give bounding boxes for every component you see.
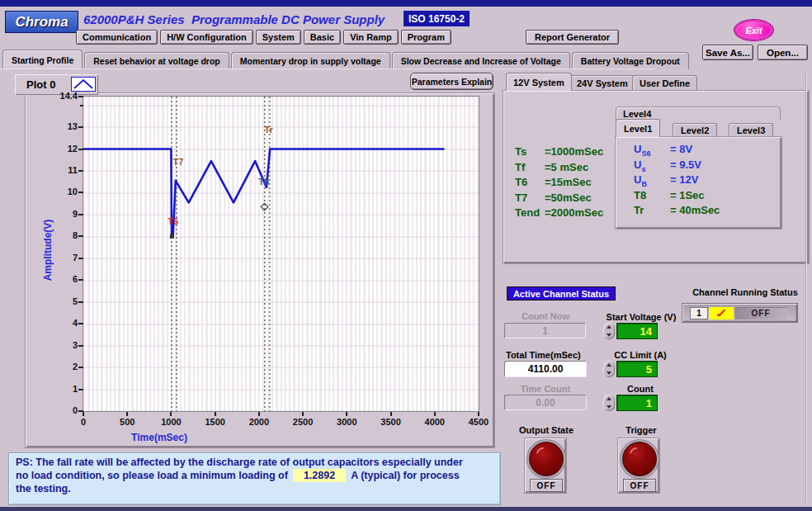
timing-param-row: Tf=5 mSec (515, 161, 621, 177)
y-tick-mark (78, 149, 83, 150)
level-param-row: Tr= 40mSec (634, 204, 774, 220)
tab-reset-behavior-at-voltage-drop[interactable]: Reset behavior at voltage drop (84, 52, 229, 69)
level-param-row: UB= 12V (634, 173, 774, 189)
y-tick-mark (78, 192, 83, 193)
channel-running-status-control[interactable]: 1 ✓ OFF (682, 303, 798, 323)
x-axis-label: Time(mSec) (106, 432, 213, 443)
tab-level3[interactable]: Level3 (729, 123, 773, 137)
x-tick-label: 4500 (459, 417, 498, 427)
start-voltage-label: Start Voltage (V) (596, 312, 687, 322)
start-voltage-field[interactable]: 14 (616, 323, 658, 339)
tab-level4[interactable]: Level4 (616, 106, 781, 120)
menu-h-w-configuration[interactable]: H/W Configuration (160, 30, 253, 45)
tab-user-define[interactable]: User Define (632, 75, 697, 91)
tab-level1[interactable]: Level1 (616, 119, 660, 137)
menu-vin-ramp[interactable]: Vin Ramp (343, 30, 399, 45)
start-voltage-stepper[interactable] (603, 323, 615, 339)
output-state-knob-icon[interactable] (529, 442, 564, 476)
tab-battery-voltage-dropout[interactable]: Battery Voltage Dropout (572, 52, 689, 69)
report-generator-button[interactable]: Report Generator (526, 30, 619, 45)
app-window: Chroma 62000P&H Series Programmable DC P… (0, 0, 812, 511)
tab-momentary-drop-in-supply-voltage[interactable]: Momentary drop in supply voltage (231, 52, 390, 69)
timing-params: Ts=1000mSecTf=5 mSecT6=15mSecT7=50mSecTe… (515, 145, 621, 222)
y-tick-label: 4 (40, 318, 78, 328)
time-count-field: 0.00 (504, 395, 587, 410)
y-tick-mark (78, 170, 83, 172)
menu-program[interactable]: Program (401, 30, 451, 45)
y-tick-label: 13 (40, 121, 78, 131)
stepper-up-icon[interactable] (603, 323, 615, 331)
active-channel-status-label: Active Channel Status (507, 286, 616, 300)
exit-button[interactable]: Exit (734, 20, 773, 40)
y-tick-mark (78, 258, 83, 259)
tab-12v-system[interactable]: 12V System (506, 73, 572, 91)
stepper-down-icon[interactable] (603, 369, 615, 377)
y-tick-label: 14.4 (40, 91, 78, 101)
y-tick-label: 3 (40, 340, 78, 350)
save-as-button[interactable]: Save As... (702, 45, 753, 60)
timing-param-row: Ts=1000mSec (515, 145, 621, 161)
tab-underline (0, 69, 656, 69)
waveform-annotation-tr: Tr (264, 125, 273, 135)
tab-24v-system[interactable]: 24V System (569, 75, 635, 91)
plot-legend-label: Plot 0 (26, 78, 55, 91)
channel-number-cell: 1 (690, 307, 708, 319)
menu-basic[interactable]: Basic (304, 30, 341, 45)
x-tick-label: 2500 (283, 417, 323, 427)
total-time-field[interactable]: 4110.00 (504, 361, 587, 377)
cursor-marker-square[interactable] (170, 234, 174, 239)
stepper-down-icon[interactable] (603, 331, 615, 339)
footer-note-line2: no load condition, so please load a mini… (16, 469, 493, 482)
y-tick-mark (78, 279, 83, 281)
y-tick-label: 2 (40, 362, 78, 371)
footer-note-line1: PS: The fall rate will be affected by th… (16, 456, 493, 469)
right-groove (805, 73, 807, 504)
output-state-button[interactable]: OFF (524, 438, 567, 494)
trigger-value: OFF (623, 479, 656, 492)
y-tick-mark (78, 214, 83, 215)
y-tick-mark (78, 126, 83, 128)
x-tick-mark (215, 412, 216, 416)
stepper-up-icon[interactable] (603, 361, 615, 369)
trigger-button[interactable]: OFF (617, 438, 660, 494)
x-tick-mark (126, 412, 128, 416)
min-loading-value: 1.2892 (293, 469, 346, 482)
chroma-logo: Chroma (5, 11, 78, 33)
channel-state-cell: OFF (735, 307, 786, 319)
waveform-graph[interactable]: T6T7T8Tr (83, 96, 479, 412)
cc-limit-stepper[interactable] (603, 361, 615, 377)
y-tick-mark (78, 367, 83, 368)
x-tick-label: 3500 (371, 417, 411, 427)
count-field[interactable]: 1 (616, 395, 658, 411)
count-stepper[interactable] (603, 395, 615, 411)
x-tick-mark (258, 412, 260, 416)
window-bottom-strip (0, 507, 812, 511)
menu-system[interactable]: System (256, 30, 301, 45)
y-tick-mark (78, 235, 83, 237)
plot0-line-icon (71, 77, 96, 92)
tab-level2[interactable]: Level2 (673, 123, 717, 137)
tab-slow-decrease-and-increase-of-voltage[interactable]: Slow Decrease and Increase of Voltage (392, 52, 570, 69)
x-tick-label: 2000 (239, 417, 279, 427)
x-tick-mark (170, 412, 172, 416)
x-tick-mark (302, 412, 304, 416)
y-tick-label: 5 (40, 296, 78, 306)
y-tick-mark (78, 389, 83, 390)
count-label: Count (599, 384, 682, 394)
menu-communication[interactable]: Communication (76, 30, 158, 45)
y-tick-label: 12 (40, 144, 78, 154)
parameters-explain-button[interactable]: Parameters Explain (410, 73, 493, 90)
time-count-label: Time Count (504, 384, 587, 394)
trigger-knob-icon[interactable] (622, 442, 657, 476)
test-mode-tabs: Starting ProfileReset behavior at voltag… (2, 50, 689, 69)
stepper-up-icon[interactable] (603, 395, 615, 403)
cc-limit-field[interactable]: 5 (616, 361, 658, 377)
x-tick-mark (83, 412, 84, 416)
channel-check-icon: ✓ (709, 307, 734, 319)
level-params: US6= 8VUs= 9.5VUB= 12VT8= 1SecTr= 40mSec (634, 143, 774, 220)
open-button[interactable]: Open... (758, 45, 808, 60)
tab-starting-profile[interactable]: Starting Profile (2, 50, 83, 69)
waveform-annotation-t7: T7 (173, 157, 184, 167)
stepper-down-icon[interactable] (603, 403, 615, 411)
window-top-strip (0, 0, 812, 7)
